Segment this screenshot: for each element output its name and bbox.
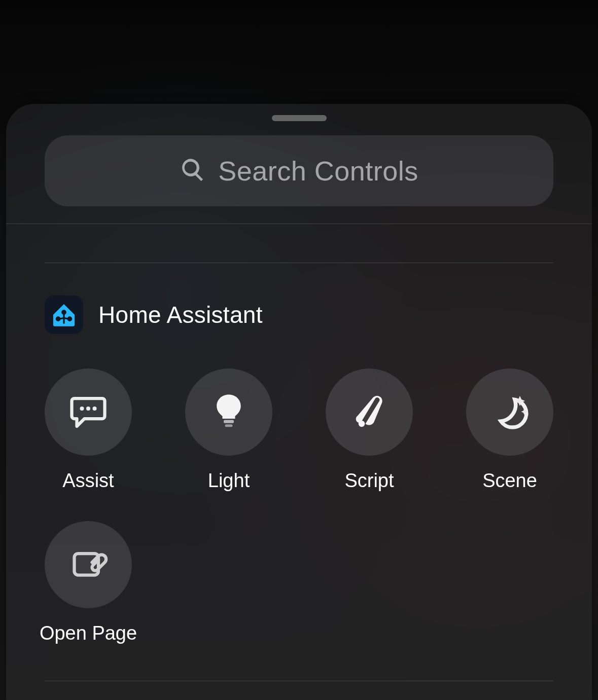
control-pill: [466, 369, 553, 456]
controls-grid: Assist Light: [45, 369, 553, 644]
svg-point-5: [93, 407, 97, 411]
svg-point-3: [80, 407, 84, 411]
control-pill: [45, 521, 132, 608]
svg-rect-6: [224, 420, 234, 423]
control-open-page[interactable]: Open Page: [45, 521, 132, 644]
divider: [6, 224, 592, 224]
control-label: Open Page: [40, 622, 137, 644]
svg-point-8: [359, 421, 365, 427]
lightbulb-icon: [208, 391, 249, 433]
control-pill: [45, 369, 132, 456]
script-icon: [349, 391, 390, 433]
search-icon: [180, 157, 206, 185]
svg-point-4: [86, 407, 90, 411]
control-pill: [185, 369, 272, 456]
sheet-grabber[interactable]: [272, 115, 327, 121]
control-pill: [326, 369, 413, 456]
svg-rect-7: [225, 424, 233, 427]
control-light[interactable]: Light: [185, 369, 272, 492]
app-header: Home Assistant: [45, 296, 553, 334]
search-wrap: Search Controls: [6, 121, 592, 224]
control-label: Assist: [62, 470, 114, 492]
app-title: Home Assistant: [98, 301, 263, 328]
control-label: Script: [344, 470, 394, 492]
home-assistant-icon: [45, 296, 83, 334]
page-clip-icon: [68, 543, 109, 586]
moon-sparkle-icon: [489, 391, 530, 433]
control-script[interactable]: Script: [326, 369, 413, 492]
search-input[interactable]: Search Controls: [45, 135, 553, 206]
search-placeholder: Search Controls: [218, 155, 418, 187]
control-scene[interactable]: Scene: [466, 369, 553, 492]
control-label: Light: [208, 470, 250, 492]
divider: [45, 263, 553, 263]
controls-sheet: Search Controls Home Assist: [6, 104, 592, 700]
controls-section: Home Assistant Assist: [6, 296, 592, 644]
chat-icon: [68, 391, 109, 433]
divider: [45, 681, 553, 681]
control-label: Scene: [482, 470, 537, 492]
control-assist[interactable]: Assist: [45, 369, 132, 492]
